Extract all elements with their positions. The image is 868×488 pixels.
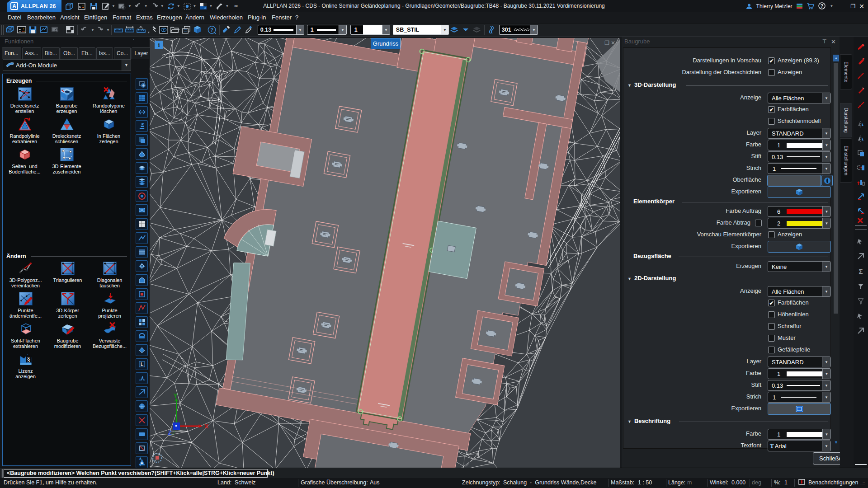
svg-text:Σ: Σ bbox=[859, 267, 863, 275]
svg-text:2: 2 bbox=[204, 6, 206, 9]
svg-text:?: ? bbox=[210, 27, 213, 33]
svg-text:Y: Y bbox=[174, 393, 178, 399]
svg-text:§: § bbox=[27, 355, 30, 363]
svg-text:X: X bbox=[204, 423, 208, 430]
svg-text:Z: Z bbox=[168, 429, 171, 436]
svg-text:?: ? bbox=[821, 4, 823, 9]
svg-text:L: L bbox=[140, 362, 143, 367]
